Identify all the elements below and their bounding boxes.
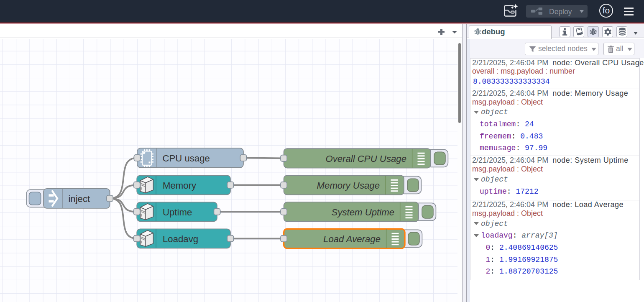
svg-text:System Uptime: System Uptime [332, 207, 394, 218]
svg-text:Load Average: Load Average [323, 234, 381, 244]
svg-text:Deploy: Deploy [549, 8, 572, 16]
svg-text:Memory: Memory [163, 180, 197, 191]
svg-text:Uptime: Uptime [163, 207, 192, 218]
svg-text:fo: fo [603, 5, 610, 15]
svg-text:CPU usage: CPU usage [162, 153, 210, 164]
svg-text:Memory Usage: Memory Usage [317, 180, 380, 191]
svg-text:inject: inject [68, 194, 90, 204]
svg-text:Loadavg: Loadavg [163, 234, 198, 244]
svg-text:Overall CPU Usage: Overall CPU Usage [325, 154, 406, 164]
